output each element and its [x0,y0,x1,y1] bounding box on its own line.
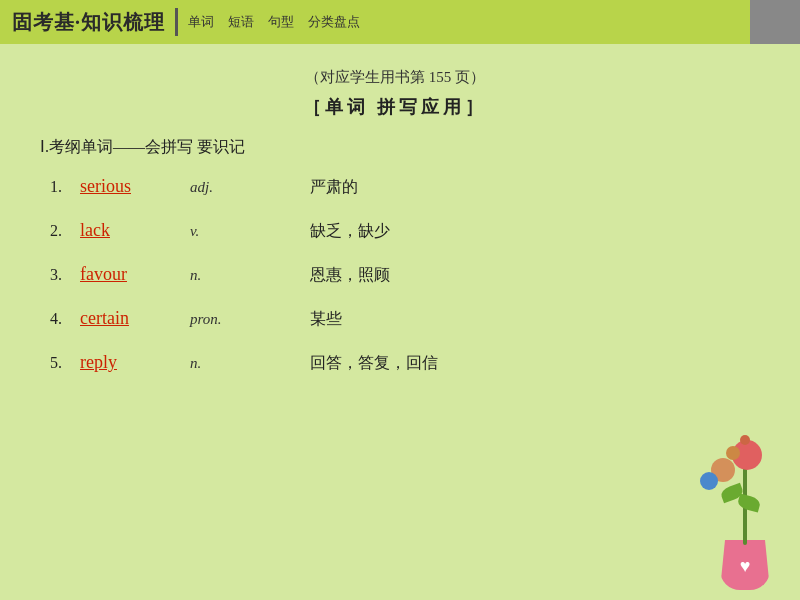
section-title: ［单词 拼写应用］ [30,95,760,119]
item-word-1: serious [80,176,160,197]
vase-decoration [720,540,770,590]
subtitle-item-1[interactable]: 单词 [188,13,214,31]
dots-decoration [740,435,750,445]
item-meaning-1: 严肃的 [310,177,358,198]
vocab-item-1: 1. serious adj. 严肃的 [50,176,760,198]
item-pos-3: n. [190,267,290,284]
subtitle-item-3[interactable]: 句型 [268,13,294,31]
header-subtitle: 单词 短语 句型 分类盘点 [188,13,360,31]
page-reference: （对应学生用书第 155 页） [30,68,760,87]
vocab-item-2: 2. lack v. 缺乏，缺少 [50,220,760,242]
header-bar: 固考基·知识梳理 单词 短语 句型 分类盘点 [0,0,800,44]
item-number-2: 2. [50,222,80,240]
subtitle-item-4[interactable]: 分类盘点 [308,13,360,31]
vocab-list: 1. serious adj. 严肃的 2. lack v. 缺乏，缺少 3. … [50,176,760,374]
item-pos-1: adj. [190,179,290,196]
decoration [680,440,790,590]
item-meaning-5: 回答，答复，回信 [310,353,438,374]
item-number-1: 1. [50,178,80,196]
header-main-title: 固考基·知识梳理 [12,9,165,36]
item-pos-2: v. [190,223,290,240]
header-divider [175,8,178,36]
item-word-2: lack [80,220,160,241]
small-circle1-decoration [700,472,718,490]
item-meaning-4: 某些 [310,309,342,330]
vocab-item-4: 4. certain pron. 某些 [50,308,760,330]
item-number-4: 4. [50,310,80,328]
vocab-item-5: 5. reply n. 回答，答复，回信 [50,352,760,374]
item-meaning-2: 缺乏，缺少 [310,221,390,242]
item-word-4: certain [80,308,160,329]
item-word-3: favour [80,264,160,285]
subtitle-item-2[interactable]: 短语 [228,13,254,31]
item-meaning-3: 恩惠，照顾 [310,265,390,286]
item-number-5: 5. [50,354,80,372]
header-corner-decoration [750,0,800,44]
item-pos-4: pron. [190,311,290,328]
section-heading: Ⅰ.考纲单词——会拼写 要识记 [40,137,760,158]
small-circle2-decoration [726,446,740,460]
item-number-3: 3. [50,266,80,284]
item-pos-5: n. [190,355,290,372]
vocab-item-3: 3. favour n. 恩惠，照顾 [50,264,760,286]
item-word-5: reply [80,352,160,373]
leaf2-decoration [737,493,762,512]
main-content: （对应学生用书第 155 页） ［单词 拼写应用］ Ⅰ.考纲单词——会拼写 要识… [0,44,800,406]
